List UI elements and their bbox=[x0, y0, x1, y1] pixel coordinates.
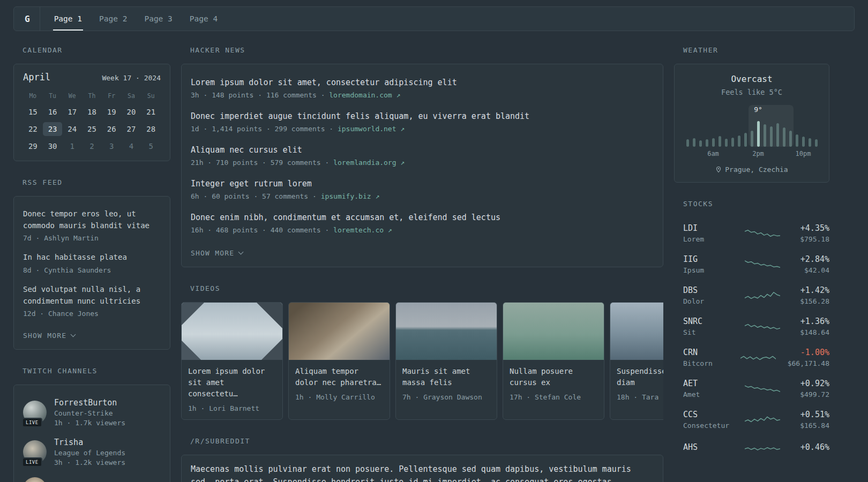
calendar-day[interactable]: 2 bbox=[82, 139, 102, 153]
stock-row[interactable]: LDI Lorem +4.35% $795.18 bbox=[674, 217, 829, 248]
hn-domain-link[interactable]: loremdomain.com bbox=[329, 91, 392, 99]
stock-row[interactable]: AET Amet +0.92% $499.72 bbox=[674, 373, 829, 404]
external-link-icon[interactable]: ↗ bbox=[396, 91, 401, 99]
twitch-channel[interactable]: LIVE Trisha League of Legends 3h · 1.2k … bbox=[23, 432, 161, 472]
weather-bar-slot bbox=[800, 137, 806, 147]
calendar-day[interactable]: 1 bbox=[62, 139, 82, 153]
weather-feels-like: Feels like 5°C bbox=[683, 88, 820, 96]
rss-show-more-button[interactable]: SHOW MORE bbox=[23, 329, 75, 342]
stock-row[interactable]: CCS Consectetur +0.51% $165.84 bbox=[674, 404, 829, 435]
rss-item[interactable]: In hac habitasse platea 8d · Cynthia Sau… bbox=[23, 247, 161, 280]
tab-page-3[interactable]: Page 3 bbox=[143, 7, 173, 31]
hn-meta-text: 21h · 710 points · 579 comments · bbox=[191, 159, 333, 167]
hn-domain-link[interactable]: ipsumworld.net bbox=[338, 125, 396, 133]
hn-domain-link[interactable]: loremtech.co bbox=[333, 226, 384, 234]
hn-item-title[interactable]: Integer eget rutrum lorem bbox=[191, 179, 654, 189]
tab-page-2[interactable]: Page 2 bbox=[98, 7, 128, 31]
external-link-icon[interactable]: ↗ bbox=[388, 226, 392, 234]
hn-item-title[interactable]: Lorem ipsum dolor sit amet, consectetur … bbox=[191, 78, 654, 87]
external-link-icon[interactable]: ↗ bbox=[375, 192, 379, 200]
stock-row[interactable]: IIG Ipsum +2.84% $42.04 bbox=[674, 248, 829, 280]
rss-item[interactable]: Donec tempor eros leo, ut commodo mauris… bbox=[23, 204, 161, 247]
video-card[interactable]: Suspendisse blandit diam 18h · Tara bbox=[610, 302, 663, 420]
tab-page-4[interactable]: Page 4 bbox=[189, 7, 219, 31]
rss-item-title[interactable]: Sed volutpat nulla nisl, a condimentum n… bbox=[23, 284, 161, 307]
video-thumbnail[interactable] bbox=[610, 303, 663, 360]
calendar-day[interactable]: 26 bbox=[102, 122, 122, 136]
channel-name[interactable]: Trisha bbox=[54, 438, 125, 447]
video-thumbnail[interactable] bbox=[503, 303, 604, 360]
calendar-day[interactable]: 4 bbox=[122, 139, 141, 153]
calendar-day[interactable]: 5 bbox=[141, 139, 161, 153]
weather-bar-slot bbox=[710, 138, 716, 147]
calendar-day[interactable]: 27 bbox=[122, 122, 141, 136]
calendar-day-selected[interactable]: 23 bbox=[43, 122, 63, 136]
stock-row[interactable]: CRN Bitcorn -1.00% $66,171.48 bbox=[674, 342, 829, 373]
external-link-icon[interactable]: ↗ bbox=[400, 125, 405, 133]
rss-item[interactable]: Sed volutpat nulla nisl, a condimentum n… bbox=[23, 280, 161, 323]
weather-condition: Overcast bbox=[683, 74, 820, 84]
location-pin-icon bbox=[715, 166, 722, 173]
external-link-icon[interactable]: ↗ bbox=[400, 159, 405, 167]
video-info: Mauris sit amet massa felis 7h · Grayson… bbox=[396, 360, 497, 408]
app-logo[interactable]: G bbox=[24, 14, 40, 24]
calendar-day[interactable]: 30 bbox=[43, 139, 63, 153]
video-title[interactable]: Suspendisse blandit diam bbox=[617, 366, 663, 388]
calendar-day[interactable]: 15 bbox=[23, 105, 43, 119]
channel-name[interactable]: ForrestBurton bbox=[54, 398, 125, 408]
hn-domain-link[interactable]: loremlandia.org bbox=[333, 159, 396, 167]
hn-show-more-button[interactable]: SHOW MORE bbox=[191, 247, 243, 259]
rss-item-meta: 8d · Cynthia Saunders bbox=[23, 266, 161, 274]
calendar-day[interactable]: 28 bbox=[141, 122, 161, 136]
subreddit-widget: Maecenas mollis pulvinar erat non posuer… bbox=[181, 455, 663, 482]
stock-row[interactable]: DBS Dolor +1.42% $156.28 bbox=[674, 280, 829, 311]
rss-item-title[interactable]: In hac habitasse platea bbox=[23, 252, 161, 263]
hn-domain-link[interactable]: ipsumify.biz bbox=[321, 192, 371, 200]
calendar-day-name: Sa bbox=[122, 92, 141, 100]
calendar-day[interactable]: 20 bbox=[122, 105, 141, 119]
calendar-day[interactable]: 22 bbox=[23, 122, 43, 136]
twitch-channel[interactable]: LIVE KendallCarr bbox=[23, 472, 161, 482]
weather-bar-slot bbox=[723, 139, 729, 147]
video-card[interactable]: Mauris sit amet massa felis 7h · Grayson… bbox=[395, 302, 497, 420]
calendar-day[interactable]: 24 bbox=[62, 122, 82, 136]
stock-row[interactable]: SNRC Sit +1.36% $148.64 bbox=[674, 311, 829, 342]
reddit-post-title[interactable]: Maecenas mollis pulvinar erat non posuer… bbox=[191, 463, 654, 482]
stock-values: +2.84% $42.04 bbox=[800, 254, 829, 274]
stock-name: Dolor bbox=[683, 297, 735, 305]
weather-bar-slot bbox=[761, 124, 768, 147]
hn-item-title[interactable]: Donec enim nibh, condimentum et accumsan… bbox=[191, 213, 654, 222]
calendar-day[interactable]: 25 bbox=[82, 122, 102, 136]
hn-item: Aliquam nec cursus elit 21h · 710 points… bbox=[191, 139, 654, 173]
video-card[interactable]: Nullam posuere cursus ex 17h · Stefan Co… bbox=[503, 302, 604, 420]
stock-name: Amet bbox=[683, 390, 735, 398]
video-title[interactable]: Lorem ipsum dolor sit amet consectetu… bbox=[188, 366, 276, 400]
video-thumbnail[interactable] bbox=[182, 303, 282, 360]
calendar-day[interactable]: 19 bbox=[102, 105, 122, 119]
video-card[interactable]: Aliquam tempor dolor nec pharetra… 1h · … bbox=[288, 302, 390, 420]
tab-page-1[interactable]: Page 1 bbox=[53, 7, 83, 31]
calendar-day[interactable]: 3 bbox=[102, 139, 122, 153]
stock-change: -1.00% bbox=[788, 348, 829, 357]
calendar-day[interactable]: 17 bbox=[62, 105, 82, 119]
hn-item-title[interactable]: Donec imperdiet augue tincidunt felis al… bbox=[191, 111, 654, 121]
stock-id: LDI Lorem bbox=[683, 223, 735, 243]
calendar-day[interactable]: 21 bbox=[141, 105, 161, 119]
video-card[interactable]: Lorem ipsum dolor sit amet consectetu… 1… bbox=[181, 302, 283, 420]
stock-row[interactable]: AHS +0.46% bbox=[674, 435, 829, 461]
weather-bar-slot bbox=[774, 123, 781, 147]
stock-sparkline bbox=[745, 412, 780, 427]
calendar-day[interactable]: 16 bbox=[43, 105, 63, 119]
video-title[interactable]: Mauris sit amet massa felis bbox=[402, 366, 490, 388]
video-title[interactable]: Nullam posuere cursus ex bbox=[510, 366, 597, 388]
weather-time-label: 2pm bbox=[752, 150, 764, 157]
video-title[interactable]: Aliquam tempor dolor nec pharetra… bbox=[295, 366, 383, 388]
twitch-channel[interactable]: LIVE ForrestBurton Counter-Strike 1h · 1… bbox=[23, 393, 161, 432]
hn-item-title[interactable]: Aliquam nec cursus elit bbox=[191, 145, 654, 155]
calendar-day[interactable]: 29 bbox=[23, 139, 43, 153]
weather-bar-slot bbox=[787, 131, 794, 147]
rss-item-title[interactable]: Donec tempor eros leo, ut commodo mauris… bbox=[23, 208, 161, 231]
calendar-day[interactable]: 18 bbox=[82, 105, 102, 119]
video-thumbnail[interactable] bbox=[396, 303, 497, 360]
video-thumbnail[interactable] bbox=[289, 303, 390, 360]
